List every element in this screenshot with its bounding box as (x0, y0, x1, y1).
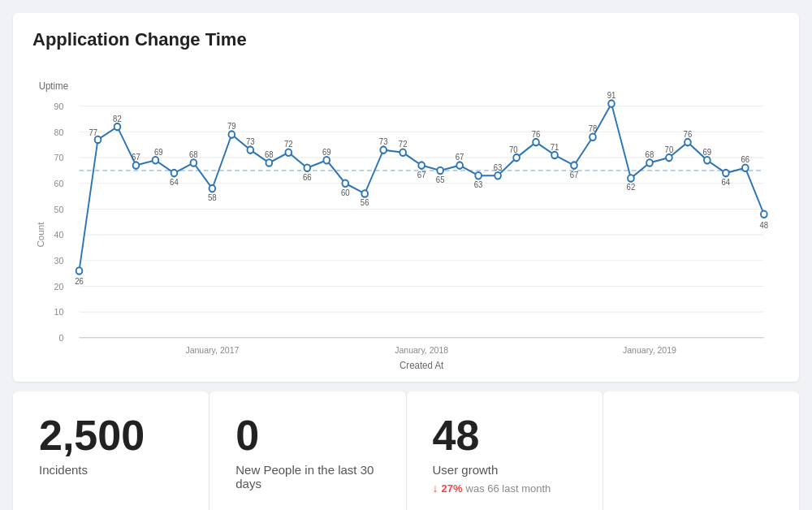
svg-text:50: 50 (54, 204, 64, 214)
svg-text:68: 68 (265, 150, 274, 160)
svg-text:78: 78 (589, 124, 598, 134)
data-point (380, 146, 387, 153)
data-point (456, 162, 463, 168)
svg-text:30: 30 (54, 256, 64, 266)
svg-text:Created At: Created At (400, 359, 444, 371)
svg-text:82: 82 (113, 114, 122, 123)
data-point (590, 134, 596, 140)
svg-text:48: 48 (760, 220, 769, 230)
svg-text:64: 64 (722, 177, 731, 187)
data-point (95, 136, 102, 143)
chart-area: Uptime 0 10 20 30 40 50 60 (32, 63, 780, 372)
stat-card-new-people: 0 New People in the last 30 days (209, 391, 406, 510)
svg-text:64: 64 (170, 177, 179, 187)
svg-text:67: 67 (570, 171, 579, 180)
data-point (437, 167, 443, 174)
data-point (285, 149, 292, 156)
data-point (133, 162, 140, 168)
chart-title: Application Change Time (32, 29, 780, 50)
svg-text:60: 60 (341, 188, 350, 197)
data-point (209, 185, 216, 192)
svg-text:65: 65 (436, 175, 445, 184)
data-point (153, 157, 159, 163)
data-point (342, 180, 348, 187)
svg-text:73: 73 (379, 137, 388, 147)
down-arrow-icon: ↓ (433, 482, 438, 495)
svg-text:Count: Count (37, 223, 45, 248)
data-point (628, 175, 634, 181)
data-point (76, 267, 83, 274)
data-point (114, 123, 121, 130)
data-point (704, 157, 710, 163)
main-chart: Uptime 0 10 20 30 40 50 60 (32, 63, 780, 372)
svg-text:69: 69 (322, 148, 331, 158)
svg-text:40: 40 (54, 230, 64, 240)
data-point (761, 211, 767, 218)
svg-text:20: 20 (54, 281, 64, 292)
svg-text:72: 72 (284, 140, 293, 149)
svg-text:58: 58 (208, 192, 217, 202)
data-point (323, 157, 330, 163)
incidents-number: 2,500 (39, 414, 183, 456)
svg-text:0: 0 (58, 333, 63, 344)
chart-line (80, 104, 764, 271)
user-growth-number: 48 (433, 414, 577, 456)
new-people-label: New People in the last 30 days (235, 463, 379, 491)
stat-card-user-growth: 48 User growth ↓ 27% was 66 last month (407, 391, 603, 510)
stat-card-empty (603, 391, 799, 510)
svg-text:63: 63 (474, 180, 483, 190)
stat-card-incidents: 2,500 Incidents (13, 391, 209, 510)
svg-text:66: 66 (303, 172, 312, 182)
data-point (266, 159, 273, 166)
new-people-number: 0 (235, 414, 379, 456)
growth-pct: 27% (442, 482, 463, 495)
svg-text:90: 90 (54, 102, 64, 112)
svg-text:66: 66 (741, 155, 750, 165)
svg-text:70: 70 (665, 145, 674, 154)
data-point (533, 139, 539, 145)
svg-text:67: 67 (417, 171, 426, 180)
svg-text:76: 76 (684, 129, 693, 139)
svg-text:January, 2018: January, 2018 (395, 344, 448, 355)
data-point (495, 172, 501, 179)
svg-text:January, 2017: January, 2017 (185, 344, 239, 355)
data-point (229, 131, 235, 137)
data-point (685, 139, 691, 145)
svg-text:69: 69 (703, 148, 712, 158)
incidents-label: Incidents (39, 463, 183, 477)
svg-text:70: 70 (509, 145, 518, 154)
svg-text:76: 76 (532, 129, 541, 139)
stats-row: 2,500 Incidents 0 New People in the last… (13, 391, 799, 510)
data-point (742, 165, 749, 171)
data-point (551, 152, 558, 158)
svg-text:10: 10 (54, 307, 64, 318)
svg-text:68: 68 (646, 150, 654, 160)
data-point (723, 170, 729, 176)
chart-card: Application Change Time Uptime 0 10 20 3… (13, 13, 799, 382)
data-point (171, 170, 178, 176)
data-point (608, 100, 615, 106)
svg-text:62: 62 (627, 183, 636, 192)
svg-text:80: 80 (54, 127, 64, 137)
svg-text:77: 77 (89, 128, 97, 137)
data-point (248, 146, 254, 153)
svg-text:26: 26 (75, 277, 84, 287)
svg-text:January, 2019: January, 2019 (623, 344, 676, 355)
svg-text:69: 69 (154, 148, 163, 158)
svg-text:67: 67 (132, 153, 140, 162)
dashboard: Application Change Time Uptime 0 10 20 3… (0, 0, 812, 510)
svg-text:68: 68 (189, 150, 198, 160)
user-growth-label: User growth (433, 463, 577, 477)
data-point (418, 162, 425, 168)
svg-text:67: 67 (456, 153, 464, 162)
svg-text:72: 72 (399, 140, 408, 149)
data-point (475, 172, 482, 179)
data-point (666, 154, 672, 161)
user-growth-sub: ↓ 27% was 66 last month (433, 482, 577, 495)
data-point (571, 162, 577, 168)
data-point (191, 159, 197, 166)
svg-text:56: 56 (361, 198, 369, 208)
svg-text:Uptime: Uptime (39, 80, 69, 92)
svg-text:63: 63 (494, 163, 503, 173)
data-point (513, 154, 520, 161)
